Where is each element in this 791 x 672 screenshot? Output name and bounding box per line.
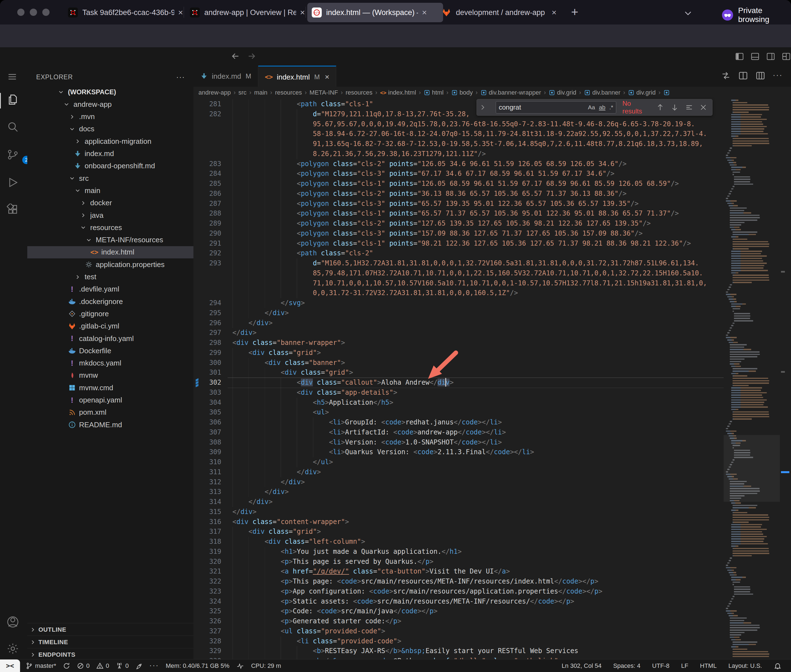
code-line[interactable]: d="M160.5,1H32.72A31.81,31.81,0,0,0,1,32… bbox=[313, 258, 699, 269]
code-line[interactable]: d="M1279,121.11q0,17.8-13,27.76t-35.28, bbox=[313, 109, 470, 119]
tree-item-docs[interactable]: docs bbox=[27, 123, 193, 135]
line-number[interactable]: 321 bbox=[193, 566, 221, 577]
breadcrumb-item[interactable]: div.grid bbox=[628, 89, 655, 96]
menu-icon[interactable] bbox=[7, 71, 21, 85]
code-line[interactable]: <li>Quarkus Version: <code>2.11.3.Final<… bbox=[329, 447, 534, 457]
breadcrumb-item[interactable]: resources bbox=[275, 89, 302, 96]
tree-item--mvn[interactable]: .mvn bbox=[27, 111, 193, 123]
code-line[interactable]: <p>This page is served by Quarkus.</p> bbox=[281, 557, 433, 567]
code-line[interactable]: </div> bbox=[233, 507, 257, 517]
code-line[interactable]: 91,13.65q-16.82-7-32.68-7-12.53,0-19.58,… bbox=[313, 139, 703, 149]
window-close-button[interactable] bbox=[17, 9, 24, 16]
code-line[interactable]: <div class="grid"> bbox=[281, 368, 353, 378]
window-minimize-button[interactable] bbox=[30, 9, 37, 16]
code-line[interactable]: <div class="banner"> bbox=[265, 358, 345, 368]
tab-close-icon[interactable]: × bbox=[178, 8, 183, 17]
more-actions-icon[interactable]: ··· bbox=[773, 70, 783, 81]
extensions-view-icon[interactable] bbox=[7, 203, 21, 218]
line-number[interactable]: 284 bbox=[193, 169, 221, 179]
browser-tab[interactable]: development / andrew-app · Git × bbox=[437, 3, 565, 22]
breadcrumb-item[interactable]: META-INF bbox=[310, 89, 338, 96]
code-line[interactable]: <polygon class="cls-1" points="126.05 68… bbox=[297, 179, 679, 189]
editor-forward-icon[interactable] bbox=[247, 51, 257, 61]
line-number[interactable]: 329 bbox=[193, 646, 221, 656]
tree-item-java[interactable]: java bbox=[27, 209, 193, 221]
regex-icon[interactable]: .* bbox=[609, 104, 613, 111]
tree-item-mkdocs-yaml[interactable]: !mkdocs.yaml bbox=[27, 357, 193, 370]
code-line[interactable]: <li>ArtifactId: <code>andrew-app</code><… bbox=[329, 427, 506, 437]
line-number[interactable]: 318 bbox=[193, 537, 221, 547]
tab-close-icon[interactable]: × bbox=[552, 8, 557, 17]
find-input[interactable]: congrat Aa ab .* bbox=[496, 101, 616, 114]
code-line[interactable]: <ul> bbox=[313, 408, 329, 418]
tree-item-onboard-openshift-md[interactable]: onboard-openshift.md bbox=[27, 160, 193, 172]
browser-tab[interactable]: Task 9a6f2be6-ccac-436b-923 × bbox=[63, 3, 191, 22]
code-line[interactable]: </div> bbox=[265, 308, 289, 318]
workspace-section-header[interactable]: (WORKSPACE) bbox=[27, 86, 193, 98]
breadcrumb-item[interactable]: main bbox=[254, 89, 268, 96]
tree-item-main[interactable]: main bbox=[27, 184, 193, 197]
tree-item-docker[interactable]: docker bbox=[27, 197, 193, 209]
explorer-view-icon[interactable] bbox=[7, 93, 21, 107]
tree-item-readme-md[interactable]: README.md bbox=[27, 419, 193, 431]
line-number[interactable]: 287 bbox=[193, 199, 221, 209]
editor-tab-index.md[interactable]: index.md M bbox=[193, 66, 258, 87]
line-number[interactable]: 317 bbox=[193, 527, 221, 537]
breadcrumb-item[interactable]: div.banner bbox=[584, 89, 620, 96]
tree-item-src[interactable]: src bbox=[27, 172, 193, 184]
status-item-rocket[interactable] bbox=[136, 662, 143, 669]
sidebar-section-timeline[interactable]: TIMELINE bbox=[27, 635, 193, 648]
tree-item-application-properties[interactable]: application.properties bbox=[27, 258, 193, 270]
line-number[interactable]: 307 bbox=[193, 427, 221, 437]
tree-item-application-migration[interactable]: application-migration bbox=[27, 135, 193, 147]
minimap[interactable] bbox=[724, 98, 780, 659]
match-case-icon[interactable]: Aa bbox=[588, 104, 595, 111]
code-line[interactable]: </div> bbox=[249, 318, 273, 328]
new-tab-button[interactable]: + bbox=[571, 5, 578, 19]
code-line[interactable]: 0,0,31.72-31.72V32.72A31.81,31.81,0,0,0,… bbox=[313, 288, 518, 298]
breadcrumb-item[interactable]: andrew-app bbox=[199, 89, 231, 96]
minimap-slider[interactable] bbox=[724, 435, 780, 502]
tree-item-catalog-info-yaml[interactable]: !catalog-info.yaml bbox=[27, 333, 193, 345]
tree-item-openapi-yaml[interactable]: !openapi.yaml bbox=[27, 394, 193, 406]
status-item-layout[interactable]: Layout: U.S. bbox=[728, 662, 762, 669]
code-line[interactable]: <h5>Application</h5> bbox=[313, 398, 393, 408]
line-number[interactable]: 297 bbox=[193, 328, 221, 338]
line-number[interactable]: 293 bbox=[193, 258, 221, 269]
code-line[interactable]: <b>RESTEasy JAX-RS</b>&nbsp;Easily start… bbox=[313, 646, 578, 656]
tree-item-mvnw[interactable]: mvnw bbox=[27, 370, 193, 382]
open-changes-icon[interactable] bbox=[721, 70, 731, 81]
toggle-sidebar-left-icon[interactable] bbox=[735, 52, 744, 61]
sidebar-section-outline[interactable]: OUTLINE bbox=[27, 623, 193, 636]
code-line[interactable]: </div> bbox=[265, 487, 289, 497]
code-line[interactable]: <polygon class="cls-2" points="126.05 34… bbox=[297, 159, 626, 169]
tree-item-dockerfile[interactable]: Dockerfile bbox=[27, 345, 193, 357]
line-number[interactable]: 290 bbox=[193, 229, 221, 238]
status-item-html[interactable]: HTML bbox=[700, 662, 717, 669]
find-next-icon[interactable] bbox=[671, 103, 679, 112]
line-number[interactable]: 310 bbox=[193, 457, 221, 467]
toggle-sidebar-right-icon[interactable] bbox=[766, 52, 775, 61]
status-item-pulse[interactable] bbox=[236, 662, 244, 669]
overview-ruler[interactable] bbox=[780, 98, 791, 659]
find-expand-chevron-icon[interactable] bbox=[479, 104, 486, 111]
breadcrumb-item[interactable]: div.grid bbox=[549, 89, 576, 96]
bell-icon[interactable] bbox=[774, 662, 781, 670]
line-number[interactable]: 326 bbox=[193, 616, 221, 626]
code-line[interactable]: <polygon class="cls-1" points="65.57 71.… bbox=[297, 209, 679, 219]
code-line[interactable]: <div class="banner-wrapper"> bbox=[233, 338, 345, 348]
tab-close-icon[interactable]: × bbox=[422, 8, 427, 17]
editor-tab-index.html[interactable]: <> index.html M × bbox=[258, 66, 337, 88]
settings-gear-icon[interactable] bbox=[7, 643, 21, 656]
code-line[interactable]: </div> bbox=[249, 497, 273, 507]
line-number[interactable]: 322 bbox=[193, 577, 221, 587]
explorer-more-actions-icon[interactable]: ··· bbox=[176, 73, 185, 82]
code-line[interactable]: <polygon class="cls-1" points="98.21 122… bbox=[297, 238, 691, 249]
line-number[interactable]: 308 bbox=[193, 437, 221, 448]
status-item-utf-8[interactable]: UTF-8 bbox=[652, 662, 669, 669]
find-in-selection-icon[interactable] bbox=[685, 103, 693, 112]
code-line[interactable]: </div> bbox=[281, 477, 305, 487]
line-number[interactable]: 286 bbox=[193, 189, 221, 199]
line-number[interactable]: 330 bbox=[193, 656, 221, 659]
line-number[interactable]: 288 bbox=[193, 209, 221, 219]
